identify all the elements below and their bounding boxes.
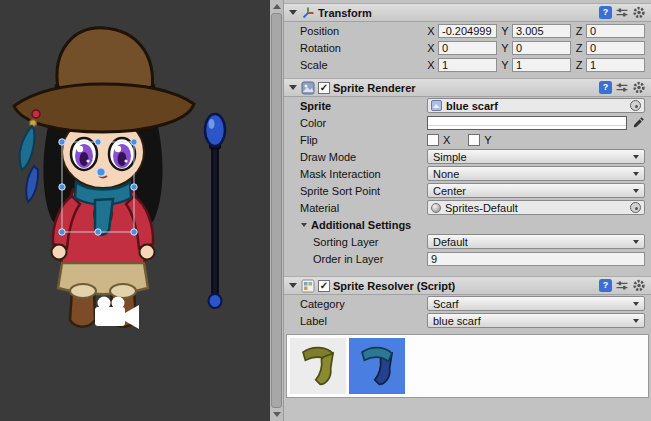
transform-icon: [301, 6, 315, 20]
sorting-layer-dropdown[interactable]: Default: [427, 234, 645, 249]
gear-icon[interactable]: [632, 6, 646, 19]
enabled-checkbox[interactable]: ✓: [318, 82, 330, 94]
sprite-sort-point-dropdown[interactable]: Center: [427, 183, 645, 198]
selection-handle[interactable]: [131, 229, 137, 235]
eyedropper-icon[interactable]: [632, 116, 645, 129]
label-label: Label: [300, 315, 427, 327]
sprite-thumbnail-strip: [286, 334, 649, 398]
gear-icon[interactable]: [632, 279, 646, 292]
scale-z-field[interactable]: [586, 58, 645, 72]
draw-mode-value: Simple: [433, 151, 467, 163]
selection-handle[interactable]: [131, 184, 137, 190]
scene-canvas[interactable]: [0, 0, 270, 421]
position-z-field[interactable]: [586, 24, 645, 38]
sprite-sort-point-row: Sprite Sort Point Center: [284, 182, 651, 199]
sprite-resolver-title: Sprite Resolver (Script): [333, 280, 455, 292]
flip-row: Flip X Y: [284, 131, 651, 148]
position-x-field[interactable]: [438, 24, 497, 38]
category-value: Scarf: [433, 298, 459, 310]
color-swatch-field[interactable]: [427, 116, 627, 130]
scale-x-field[interactable]: [438, 58, 497, 72]
scroll-down-icon[interactable]: [273, 412, 281, 417]
rotation-z-field[interactable]: [586, 41, 645, 55]
flip-x-checkbox[interactable]: [427, 134, 439, 146]
chevron-down-icon: [633, 155, 639, 159]
order-in-layer-label: Order in Layer: [300, 253, 427, 265]
category-row: Category Scarf: [284, 295, 651, 312]
scale-row: Scale X Y Z: [284, 56, 651, 73]
sorting-layer-value: Default: [433, 236, 468, 248]
material-object-field[interactable]: Sprites-Default: [427, 200, 645, 215]
green-scarf-icon: [295, 343, 341, 389]
presets-icon[interactable]: [615, 81, 629, 94]
scroll-up-icon[interactable]: [273, 4, 281, 9]
axis-y-label: Y: [501, 25, 509, 37]
sprite-thumbnail-blue-scarf[interactable]: [349, 338, 405, 394]
chevron-down-icon: [633, 302, 639, 306]
flip-y-checkbox[interactable]: [468, 134, 480, 146]
additional-settings-row[interactable]: Additional Settings: [284, 216, 651, 233]
foldout-expanded-icon[interactable]: [289, 85, 297, 90]
transform-header[interactable]: Transform ?: [284, 3, 651, 22]
position-label: Position: [300, 25, 427, 37]
position-row: Position X Y Z: [284, 22, 651, 39]
axis-y-label: Y: [501, 59, 509, 71]
axis-x-label: X: [427, 42, 435, 54]
axis-z-label: Z: [575, 59, 583, 71]
axis-z-label: Z: [575, 25, 583, 37]
sorting-layer-row: Sorting Layer Default: [284, 233, 651, 250]
selection-handle[interactable]: [131, 139, 137, 145]
draw-mode-dropdown[interactable]: Simple: [427, 149, 645, 164]
sprite-renderer-header[interactable]: ✓ Sprite Renderer ?: [284, 78, 651, 97]
sprite-resolver-header[interactable]: ✓ Sprite Resolver (Script) ?: [284, 276, 651, 295]
category-dropdown[interactable]: Scarf: [427, 296, 645, 311]
presets-icon[interactable]: [615, 279, 629, 292]
inspector-scrollbar[interactable]: [270, 0, 284, 421]
object-picker-icon[interactable]: [630, 100, 641, 111]
selection-handle[interactable]: [95, 139, 101, 145]
selection-handle[interactable]: [59, 184, 65, 190]
rotation-row: Rotation X Y Z: [284, 39, 651, 56]
axis-x-label: X: [427, 59, 435, 71]
rotation-x-field[interactable]: [438, 41, 497, 55]
object-picker-icon[interactable]: [630, 202, 641, 213]
scale-y-field[interactable]: [512, 58, 571, 72]
scrollbar-thumb[interactable]: [271, 13, 282, 408]
label-value: blue scarf: [433, 315, 481, 327]
category-label: Category: [300, 298, 427, 310]
sprite-object-name: blue scarf: [446, 100, 498, 112]
color-row: Color: [284, 114, 651, 131]
order-in-layer-field[interactable]: [427, 252, 645, 266]
selection-handle[interactable]: [95, 229, 101, 235]
sprite-object-field[interactable]: blue scarf: [427, 98, 645, 113]
foldout-expanded-icon[interactable]: [301, 223, 307, 227]
help-icon[interactable]: ?: [599, 279, 612, 292]
sprite-sort-point-value: Center: [433, 185, 466, 197]
color-label: Color: [300, 117, 427, 129]
sorting-layer-label: Sorting Layer: [300, 236, 427, 248]
sprite-thumbnail-green-scarf[interactable]: [290, 338, 346, 394]
foldout-expanded-icon[interactable]: [289, 283, 297, 288]
additional-settings-label: Additional Settings: [311, 219, 411, 231]
order-in-layer-row: Order in Layer: [284, 250, 651, 267]
gear-icon[interactable]: [632, 81, 646, 94]
help-icon[interactable]: ?: [599, 81, 612, 94]
selection-pivot-handle[interactable]: [97, 168, 105, 176]
selection-handle[interactable]: [59, 139, 65, 145]
help-icon[interactable]: ?: [599, 6, 612, 19]
label-dropdown[interactable]: blue scarf: [427, 313, 645, 328]
chevron-down-icon: [633, 172, 639, 176]
mask-interaction-row: Mask Interaction None: [284, 165, 651, 182]
rotation-y-field[interactable]: [512, 41, 571, 55]
foldout-expanded-icon[interactable]: [289, 10, 297, 15]
mask-interaction-dropdown[interactable]: None: [427, 166, 645, 181]
draw-mode-label: Draw Mode: [300, 151, 427, 163]
position-y-field[interactable]: [512, 24, 571, 38]
selection-handle[interactable]: [59, 229, 65, 235]
scene-view[interactable]: [0, 0, 270, 421]
material-sphere-icon: [431, 203, 441, 213]
presets-icon[interactable]: [615, 6, 629, 19]
enabled-checkbox[interactable]: ✓: [318, 280, 330, 292]
sprite-renderer-icon: [301, 81, 315, 95]
sprite-resolver-icon: [301, 279, 315, 293]
